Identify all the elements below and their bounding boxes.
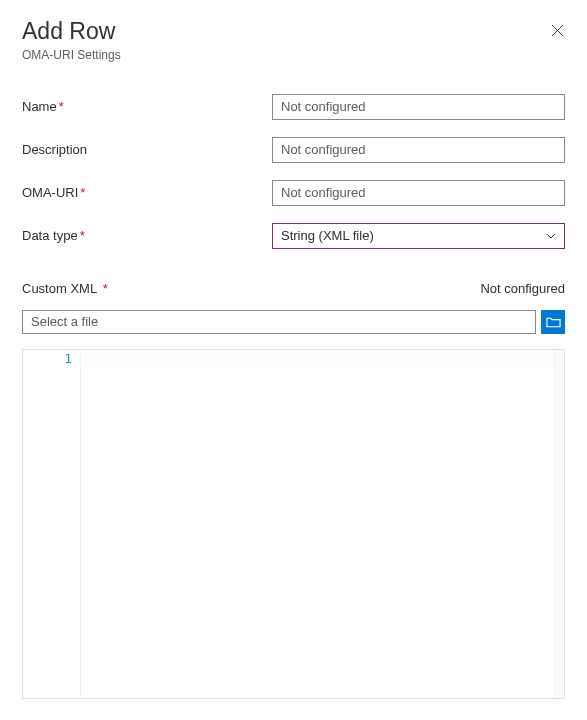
oma-uri-input[interactable] — [272, 180, 565, 206]
editor-gutter: 1 — [23, 350, 81, 698]
editor-scrollbar[interactable] — [554, 350, 564, 698]
required-asterisk: * — [80, 185, 85, 200]
line-number: 1 — [23, 351, 72, 367]
file-select-input[interactable] — [22, 310, 536, 334]
description-input[interactable] — [272, 137, 565, 163]
description-label: Description — [22, 142, 272, 157]
custom-xml-label: Custom XML * — [22, 281, 108, 296]
required-asterisk: * — [80, 228, 85, 243]
page-title: Add Row — [22, 18, 121, 46]
required-asterisk: * — [99, 281, 108, 296]
oma-uri-label: OMA-URI* — [22, 185, 272, 200]
name-label: Name* — [22, 99, 272, 114]
custom-xml-status: Not configured — [480, 281, 565, 296]
data-type-label: Data type* — [22, 228, 272, 243]
xml-editor[interactable]: 1 — [22, 349, 565, 699]
page-subtitle: OMA-URI Settings — [22, 48, 121, 62]
data-type-select[interactable]: String (XML file) — [272, 223, 565, 249]
folder-icon — [546, 316, 561, 328]
editor-content-area[interactable] — [81, 350, 554, 698]
close-button[interactable] — [549, 22, 565, 38]
editor-line — [81, 351, 554, 367]
required-asterisk: * — [59, 99, 64, 114]
browse-file-button[interactable] — [541, 310, 565, 334]
close-icon — [551, 24, 564, 37]
name-input[interactable] — [272, 94, 565, 120]
